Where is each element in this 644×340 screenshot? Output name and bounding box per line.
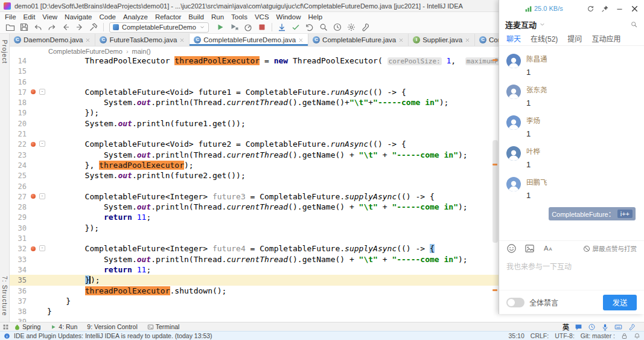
code-line-33[interactable]: 33 System.out.println(Thread.currentThre… xyxy=(10,254,499,265)
history-icon[interactable] xyxy=(588,323,596,331)
code-line-35[interactable]: 35 }); xyxy=(10,275,499,285)
line-number[interactable]: 25 xyxy=(10,171,47,181)
line-number[interactable]: 36 xyxy=(10,286,47,297)
save-icon[interactable] xyxy=(19,22,29,32)
line-number[interactable]: 30 xyxy=(10,223,47,234)
gutter-line-17[interactable]: 17- xyxy=(10,87,47,97)
code-line-16[interactable]: 16 xyxy=(10,77,499,87)
stop-icon[interactable] xyxy=(257,22,267,32)
status-message[interactable]: IDE and Plugin Updates: IntelliJ IDEA is… xyxy=(14,332,212,339)
gutter-line-32[interactable]: 32- xyxy=(10,243,47,254)
code-line-22[interactable]: 22- CompletableFuture<Void> future2 = Co… xyxy=(10,139,499,149)
back-icon[interactable] xyxy=(61,22,71,32)
menu-window[interactable]: Window xyxy=(273,13,305,21)
gutter-mark-icon[interactable] xyxy=(31,142,36,147)
gutter-line-14[interactable]: 14 xyxy=(10,56,47,66)
run-config-select[interactable]: CompletableFutureDemo xyxy=(109,22,209,33)
gutter-line-28[interactable]: 28 xyxy=(10,202,47,212)
breadcrumb-item[interactable]: main() xyxy=(132,48,151,55)
line-number[interactable]: 23 xyxy=(10,150,47,161)
close-icon[interactable] xyxy=(179,37,185,43)
toolwindow-9-version-control[interactable]: 9: Version Control xyxy=(82,323,142,330)
line-number[interactable]: 34 xyxy=(10,265,47,275)
gutter-line-33[interactable]: 33 xyxy=(10,254,47,265)
caret-position[interactable]: 35:10 xyxy=(509,332,524,339)
code-line-18[interactable]: 18 System.out.println(Thread.currentThre… xyxy=(10,97,499,107)
menu-help[interactable]: Help xyxy=(304,13,326,21)
error-stripe[interactable] xyxy=(491,56,499,322)
close-icon[interactable] xyxy=(298,37,304,43)
menu-tools[interactable]: Tools xyxy=(228,13,251,21)
close-icon[interactable] xyxy=(630,4,639,13)
vcs-branch[interactable]: Git: master : xyxy=(581,332,615,339)
update-icon[interactable] xyxy=(277,22,287,32)
gutter-line-31[interactable]: 31 xyxy=(10,233,47,243)
menu-navigate[interactable]: Navigate xyxy=(61,13,95,21)
notifications-icon[interactable] xyxy=(634,333,640,339)
gutter-line-16[interactable]: 16 xyxy=(10,77,47,87)
line-number[interactable]: 35 xyxy=(10,275,47,286)
code-line-26[interactable]: 26 xyxy=(10,181,499,191)
gutter-line-15[interactable]: 15 xyxy=(10,66,47,76)
code-line-19[interactable]: 19 }); xyxy=(10,107,499,118)
line-number[interactable]: 31 xyxy=(10,234,47,244)
chat-tab[interactable]: 互动应用 xyxy=(591,33,620,43)
sidebar-item-structure[interactable]: 7: Structure xyxy=(1,276,8,316)
tab-futuretaskdemo-java[interactable]: CFutureTaskDemo.java xyxy=(95,34,190,46)
line-number[interactable]: 16 xyxy=(10,77,47,88)
toolwindow-terminal[interactable]: Terminal xyxy=(142,323,185,330)
block-likes-toggle[interactable]: 屏蔽点赞与打赏 xyxy=(583,244,637,253)
tab-completablefuture-java[interactable]: CCompletableFuture.java xyxy=(308,34,409,46)
tab-daemondemo-java[interactable]: CDaemonDemo.java xyxy=(10,34,95,46)
stripe-mark[interactable] xyxy=(493,289,497,291)
gutter-line-23[interactable]: 23 xyxy=(10,150,47,160)
line-number[interactable]: 37 xyxy=(10,297,47,307)
gutter-line-37[interactable]: 37 xyxy=(10,296,47,306)
commit-icon[interactable] xyxy=(291,22,301,32)
fold-icon[interactable]: - xyxy=(39,141,45,147)
history-icon[interactable] xyxy=(333,22,342,32)
selected-message[interactable]: CompletableFuture： i++ xyxy=(549,207,636,220)
keyboard-icon[interactable] xyxy=(614,323,622,331)
breadcrumb-item[interactable]: CompletableFutureDemo xyxy=(48,48,123,55)
gutter-line-22[interactable]: 22- xyxy=(10,139,47,149)
line-number[interactable]: 15 xyxy=(10,66,47,77)
line-number[interactable]: 33 xyxy=(10,255,47,265)
code-line-14[interactable]: 14 ThreadPoolExecutor threadPoolExecutor… xyxy=(10,56,499,66)
fold-icon[interactable]: - xyxy=(39,193,45,199)
line-number[interactable]: 38 xyxy=(10,307,47,317)
line-number[interactable]: 21 xyxy=(10,129,47,140)
gutter-line-38[interactable]: 38 xyxy=(10,306,47,316)
emoji-icon[interactable] xyxy=(506,243,517,254)
scrollbar-thumb[interactable] xyxy=(493,140,498,243)
undo-icon[interactable] xyxy=(33,22,43,32)
code-line-25[interactable]: 25 System.out.println(future2.get()); xyxy=(10,170,499,181)
line-number[interactable]: 20 xyxy=(10,119,47,129)
chat-input[interactable]: 我也来参与一下互动 xyxy=(499,256,644,290)
line-number[interactable]: 29 xyxy=(10,213,47,223)
gutter-line-34[interactable]: 34 xyxy=(10,265,47,275)
menu-refactor[interactable]: Refactor xyxy=(151,13,185,21)
menu-code[interactable]: Code xyxy=(95,13,120,21)
menu-build[interactable]: Build xyxy=(185,13,208,21)
lock-icon[interactable] xyxy=(621,333,628,339)
fold-icon[interactable]: - xyxy=(39,245,45,251)
search-icon[interactable] xyxy=(630,21,638,28)
menu-analyze[interactable]: Analyze xyxy=(120,13,151,21)
stripe-mark[interactable] xyxy=(493,164,497,165)
tab-completablefuturedemo-java[interactable]: CCompletableFutureDemo.java xyxy=(190,34,308,46)
close-icon[interactable] xyxy=(465,37,470,43)
chat-tab[interactable]: 聊天 xyxy=(506,33,521,43)
code-line-36[interactable]: 36 threadPoolExecutor.shutdown(); xyxy=(10,286,499,296)
code-line-37[interactable]: 37 } xyxy=(10,296,499,306)
gutter-line-25[interactable]: 25 xyxy=(10,170,47,181)
code-editor[interactable]: 14 ThreadPoolExecutor threadPoolExecutor… xyxy=(10,56,499,322)
gutter-line-30[interactable]: 30 xyxy=(10,223,47,233)
file-encoding[interactable]: UTF-8: xyxy=(555,332,575,339)
rollback-icon[interactable] xyxy=(305,22,314,32)
line-number[interactable]: 28 xyxy=(10,202,47,213)
line-number[interactable]: 18 xyxy=(10,98,47,108)
refresh-icon[interactable] xyxy=(587,5,595,13)
chevron-down-icon[interactable] xyxy=(539,21,546,28)
run-icon[interactable] xyxy=(215,22,225,32)
